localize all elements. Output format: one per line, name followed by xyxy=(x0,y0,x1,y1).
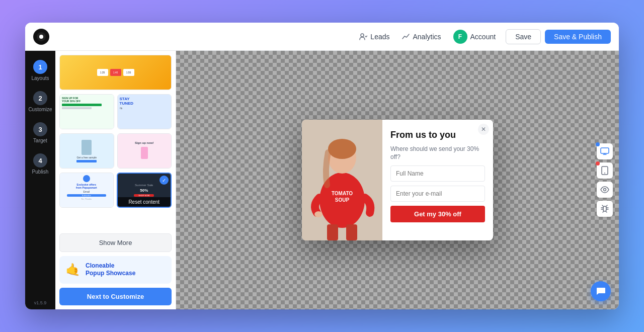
right-tools xyxy=(595,139,615,221)
show-more-button[interactable]: Show More xyxy=(59,233,172,252)
header: Leads Analytics F Account Save Save & Pu… xyxy=(25,23,619,51)
template-thumb-dark[interactable]: Summer Sale 50% SHOP NOW ✓ Reset content xyxy=(117,173,172,208)
eye-icon xyxy=(600,186,609,193)
template-thumb-signup[interactable]: Sign up now! xyxy=(117,133,172,169)
svg-text:SOUP: SOUP xyxy=(335,197,350,203)
popup-name-input[interactable] xyxy=(390,165,485,182)
svg-point-9 xyxy=(314,211,323,217)
bug-icon xyxy=(601,204,609,213)
mobile-icon xyxy=(601,166,608,175)
template-thumb-promo1[interactable]: SIGN UP FORYOUR 30% OFF xyxy=(59,94,114,129)
template-row-2: SIGN UP FORYOUR 30% OFF STAYTUNED 🛍 xyxy=(59,94,172,129)
step-label-3: Target xyxy=(33,138,47,143)
sidebar-item-publish[interactable]: 4 Publish xyxy=(25,148,55,180)
sidebar-nav: 1 Layouts 2 Customize 3 Target 4 Publish… xyxy=(25,51,55,309)
popup-email-input[interactable] xyxy=(390,186,485,202)
step-label-2: Customize xyxy=(28,107,52,112)
main-area: 1 Layouts 2 Customize 3 Target 4 Publish… xyxy=(25,51,619,309)
version-label: v1.5.9 xyxy=(34,300,47,305)
desktop-view-button[interactable] xyxy=(597,143,613,159)
step-number-3: 3 xyxy=(33,122,47,136)
nav-account[interactable]: F Account xyxy=(453,30,496,44)
sidebar-item-layouts[interactable]: 1 Layouts xyxy=(25,55,55,86)
active-dot xyxy=(596,142,600,146)
step-label-1: Layouts xyxy=(31,75,49,81)
red-dot xyxy=(596,161,600,165)
cloneable-title: CloneablePopup Showcase xyxy=(86,262,135,278)
mobile-view-button[interactable] xyxy=(597,162,613,179)
cloneable-banner[interactable]: 🤙 CloneablePopup Showcase xyxy=(59,256,172,284)
analytics-label: Analytics xyxy=(413,33,441,41)
app-logo[interactable] xyxy=(33,29,49,45)
save-publish-button[interactable]: Save & Publish xyxy=(545,30,611,44)
popup-title: From us to you xyxy=(390,130,485,141)
svg-rect-12 xyxy=(601,148,609,153)
svg-rect-10 xyxy=(327,224,338,240)
svg-rect-11 xyxy=(346,224,357,240)
debug-button[interactable] xyxy=(597,201,613,217)
svg-point-2 xyxy=(361,34,364,37)
svg-point-15 xyxy=(604,189,606,191)
sidebar-item-target[interactable]: 3 Target xyxy=(25,117,55,148)
template-thumb-promo2[interactable]: STAYTUNED 🛍 xyxy=(117,94,172,129)
popup-subtitle: Where should we send your 30% off? xyxy=(390,145,485,162)
leads-icon xyxy=(359,33,367,41)
template-thumb-blue-popup[interactable]: Exclusive offersfrom Popupsmart Email Su… xyxy=(59,173,114,208)
templates-scroll: 1.35 1.40 1.55 SIGN UP FORYOUR 30% OFF xyxy=(55,51,176,231)
popup-cta-button[interactable]: Get my 30% off xyxy=(390,206,485,222)
template-thumb-yellow[interactable]: 1.35 1.40 1.55 xyxy=(59,55,172,90)
template-row-1: 1.35 1.40 1.55 xyxy=(59,55,172,90)
nav-analytics[interactable]: Analytics xyxy=(402,33,441,41)
svg-point-14 xyxy=(604,173,605,174)
cloneable-icon: 🤙 xyxy=(65,263,80,277)
popup-preview: TOMATO SOUP xyxy=(302,120,493,240)
sidebar-item-customize[interactable]: 2 Customize xyxy=(25,86,55,117)
template-thumb-chair[interactable]: Get a free sample xyxy=(59,133,114,169)
preview-button[interactable] xyxy=(597,182,613,198)
popup-close-button[interactable]: ✕ xyxy=(478,124,489,135)
save-button[interactable]: Save xyxy=(506,29,541,44)
close-icon: ✕ xyxy=(481,126,486,133)
desktop-icon xyxy=(600,147,609,156)
canvas-area: TOMATO SOUP xyxy=(176,51,619,309)
step-number-1: 1 xyxy=(33,60,47,74)
chat-icon xyxy=(596,286,606,296)
next-button[interactable]: Next to Customize xyxy=(59,288,172,305)
svg-text:TOMATO: TOMATO xyxy=(332,191,353,196)
account-label: Account xyxy=(470,33,496,41)
template-row-4: Exclusive offersfrom Popupsmart Email Su… xyxy=(59,173,172,208)
svg-point-1 xyxy=(39,35,43,39)
avatar: F xyxy=(453,30,467,44)
header-nav: Leads Analytics F Account xyxy=(359,30,496,44)
nav-leads[interactable]: Leads xyxy=(359,33,389,41)
app-window: Leads Analytics F Account Save Save & Pu… xyxy=(25,23,619,309)
popup-image: TOMATO SOUP xyxy=(302,120,382,240)
analytics-icon xyxy=(402,33,410,41)
popup-content: ✕ From us to you Where should we send yo… xyxy=(382,120,493,240)
chat-button[interactable] xyxy=(591,281,611,301)
step-label-4: Publish xyxy=(32,169,49,175)
step-number-4: 4 xyxy=(33,153,47,168)
svg-point-8 xyxy=(328,139,356,159)
leads-label: Leads xyxy=(370,33,389,41)
template-row-3: Get a free sample Sign up now! xyxy=(59,133,172,169)
selected-badge: ✓ xyxy=(159,176,169,185)
reset-badge[interactable]: Reset content xyxy=(118,197,171,207)
step-number-2: 2 xyxy=(33,91,47,105)
templates-panel: 1.35 1.40 1.55 SIGN UP FORYOUR 30% OFF xyxy=(55,51,176,309)
